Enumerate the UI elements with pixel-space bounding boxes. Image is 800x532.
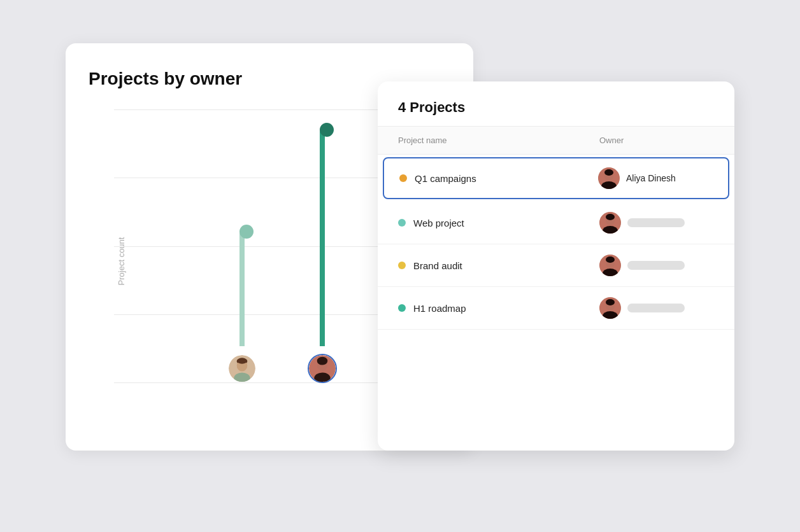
svg-point-5: [237, 358, 247, 364]
chart-area: Project count: [89, 109, 450, 415]
bar-group-1[interactable]: [227, 232, 257, 383]
col-owner-header: Owner: [599, 136, 714, 145]
bar-stem-2: [320, 130, 325, 346]
bar-dot-1: [239, 225, 254, 239]
svg-point-8: [317, 357, 327, 365]
bar-stem-1: [239, 232, 245, 346]
owner-avatar: [599, 212, 621, 234]
svg-point-20: [606, 256, 615, 263]
row-owner: Aliya Dinesh: [598, 167, 713, 189]
svg-point-16: [606, 214, 615, 220]
svg-point-24: [606, 299, 615, 305]
owner-avatar: [599, 255, 621, 276]
svg-point-12: [604, 169, 613, 176]
row-owner: [599, 297, 714, 319]
bar-avatar-2[interactable]: [308, 354, 337, 383]
owner-avatar: [599, 297, 621, 319]
person1-avatar-svg: [229, 354, 255, 383]
bars-container: [89, 109, 450, 415]
row-owner: [599, 255, 714, 276]
owner-avatar-svg: [599, 255, 621, 276]
owner-avatar-svg: [598, 167, 620, 189]
bar-dot-2: [320, 123, 334, 137]
row-owner: [599, 212, 714, 234]
owner-name: Aliya Dinesh: [626, 173, 676, 183]
bar-avatar-1[interactable]: [227, 354, 257, 383]
owner-placeholder: [627, 304, 685, 312]
owner-avatar-svg: [599, 297, 621, 319]
owner-placeholder: [627, 218, 685, 227]
bar-group-2[interactable]: [308, 130, 337, 383]
owner-placeholder: [627, 261, 685, 270]
owner-avatar-svg: [599, 212, 621, 234]
person2-avatar-svg: [309, 354, 336, 383]
owner-avatar: [598, 167, 620, 189]
